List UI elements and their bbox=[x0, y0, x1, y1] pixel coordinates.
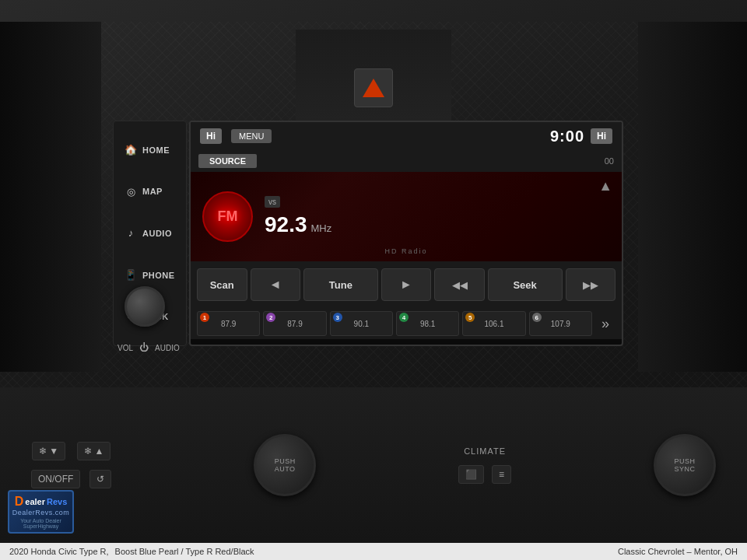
preset-2[interactable]: 2 87.9 bbox=[263, 311, 326, 336]
ac-controls-row: ON/OFF ↺ bbox=[31, 470, 111, 488]
preset-6-badge: 6 bbox=[532, 313, 542, 322]
fan-down-button[interactable]: ❄ ▼ bbox=[32, 442, 65, 460]
phone-icon: 📱 bbox=[123, 268, 139, 282]
seek-button[interactable]: Seek bbox=[488, 268, 563, 301]
home-button[interactable]: 🏠 HOME bbox=[118, 140, 181, 160]
preset-6[interactable]: 6 107.9 bbox=[529, 311, 592, 336]
home-label: HOME bbox=[142, 145, 170, 155]
audio-button[interactable]: ♪ AUDIO bbox=[118, 223, 181, 243]
footer-bar: 2020 Honda Civic Type R, Boost Blue Pear… bbox=[0, 543, 747, 560]
dealer-d-letter: D bbox=[15, 495, 24, 509]
freq-unit: MHz bbox=[311, 222, 332, 234]
dealer-domain: DealerRevs.com bbox=[12, 509, 70, 516]
hi-left-tag: Hi bbox=[200, 128, 222, 144]
preset-3-badge: 3 bbox=[333, 313, 342, 322]
power-icon: ⏻ bbox=[139, 342, 149, 353]
preset-4[interactable]: 4 98.1 bbox=[396, 311, 459, 336]
dealer-logo: D ealer Revs DealerRevs.com Your Auto De… bbox=[8, 490, 74, 537]
audio-ctrl-label: AUDIO bbox=[155, 344, 180, 352]
next-track-icon: ▶▶ bbox=[583, 279, 598, 291]
phone-label: PHONE bbox=[142, 271, 175, 280]
fm-logo: FM bbox=[202, 191, 253, 242]
screen-red-accent bbox=[191, 345, 622, 346]
preset-1[interactable]: 1 87.9 bbox=[197, 311, 260, 336]
fan-up-button[interactable]: ❄ ▲ bbox=[77, 442, 110, 460]
dealer-logo-top: D ealer Revs bbox=[15, 495, 68, 509]
preset-2-freq: 87.9 bbox=[287, 320, 302, 328]
menu-tag[interactable]: MENU bbox=[231, 129, 272, 143]
preset-3[interactable]: 3 90.1 bbox=[330, 311, 393, 336]
scan-button[interactable]: Scan bbox=[197, 268, 247, 301]
push-label: PUSH bbox=[674, 457, 695, 465]
home-icon: 🏠 bbox=[123, 143, 139, 157]
next-track-button[interactable]: ▶▶ bbox=[566, 268, 616, 301]
fan-controls-row: ❄ ▼ ❄ ▲ bbox=[32, 442, 110, 460]
audio-label: AUDIO bbox=[142, 229, 172, 238]
infotainment-system: 🏠 HOME ◎ MAP ♪ AUDIO 📱 PHONE ← BACK VOL … bbox=[113, 121, 626, 377]
right-panel bbox=[638, 22, 747, 372]
footer-dealership: Classic Chevrolet – Mentor, OH bbox=[618, 547, 738, 556]
tune-prev-arrow: ◄ bbox=[269, 278, 282, 292]
audio-icon: ♪ bbox=[123, 226, 139, 240]
recirculate-button[interactable]: ↺ bbox=[89, 470, 111, 488]
map-button[interactable]: ◎ MAP bbox=[118, 181, 181, 201]
hi-right-tag: Hi bbox=[591, 128, 612, 144]
volume-knob[interactable] bbox=[124, 286, 165, 327]
preset-3-freq: 90.1 bbox=[354, 320, 369, 328]
footer-car-color: Boost Blue Pearl / Type R Red/Black bbox=[115, 547, 254, 556]
vs-badge: vs bbox=[265, 196, 280, 208]
vol-label: VOL bbox=[117, 344, 133, 352]
front-heat-button[interactable]: ⬛ bbox=[458, 465, 484, 484]
source-button[interactable]: SOURCE bbox=[198, 154, 257, 168]
hazard-area bbox=[296, 30, 451, 123]
chevron-up-icon[interactable]: ▲ bbox=[598, 178, 612, 194]
main-display-screen: Hi MENU 9:00 Hi SOURCE 00 FM vs 92.3 bbox=[189, 121, 623, 346]
map-label: MAP bbox=[142, 187, 163, 196]
ac-off-button[interactable]: ON/OFF bbox=[31, 470, 80, 488]
preset-row: 1 87.9 2 87.9 3 90.1 4 98.1 5 106.1 6 10… bbox=[191, 308, 622, 339]
preset-6-freq: 107.9 bbox=[551, 320, 570, 328]
preset-2-badge: 2 bbox=[266, 313, 275, 322]
vol-audio-controls: VOL ⏻ AUDIO bbox=[117, 342, 180, 353]
screen-topbar: Hi MENU 9:00 Hi bbox=[191, 122, 622, 150]
dealer-name: ealer bbox=[25, 497, 45, 506]
preset-next-button[interactable]: » bbox=[595, 311, 615, 336]
seek-label: Seek bbox=[513, 279, 536, 291]
climate-label: CLIMATE bbox=[464, 446, 506, 456]
preset-4-badge: 4 bbox=[399, 313, 409, 322]
push-auto-button[interactable]: PUSH AUTO bbox=[254, 434, 316, 496]
push-sync-button[interactable]: PUSH SYNC bbox=[654, 434, 716, 496]
footer-car-title: 2020 Honda Civic Type R, bbox=[9, 547, 109, 556]
scan-label: Scan bbox=[210, 279, 234, 291]
tune-next-button[interactable]: ► bbox=[381, 268, 432, 301]
prev-track-button[interactable]: ◀◀ bbox=[434, 268, 485, 301]
preset-5-badge: 5 bbox=[465, 313, 475, 322]
push-auto-sublabel: AUTO bbox=[275, 465, 296, 473]
bottom-dashboard: ❄ ▼ ❄ ▲ ON/OFF ↺ PUSH AUTO CLIMATE ⬛ ≡ P… bbox=[0, 387, 747, 543]
push-auto-label: PUSH bbox=[275, 457, 296, 465]
center-climate-icons: CLIMATE ⬛ ≡ bbox=[458, 446, 511, 484]
hazard-button[interactable] bbox=[354, 68, 393, 107]
hazard-triangle-icon bbox=[363, 79, 384, 97]
tune-next-arrow: ► bbox=[400, 278, 412, 292]
dealer-logo-inner: D ealer Revs DealerRevs.com Your Auto De… bbox=[8, 490, 74, 534]
sync-label: SYNC bbox=[674, 465, 695, 473]
clock-display: 9:00 bbox=[550, 128, 584, 145]
frequency-display: 92.3 bbox=[265, 212, 307, 237]
temp-controls: ⬛ ≡ bbox=[458, 465, 511, 484]
radio-display: FM vs 92.3 MHz ▲ HD Radio bbox=[191, 172, 622, 261]
tune-label: Tune bbox=[329, 279, 352, 291]
prev-track-icon: ◀◀ bbox=[452, 279, 468, 291]
phone-button[interactable]: 📱 PHONE bbox=[118, 265, 181, 285]
dealer-tagline: Your Auto Dealer SuperHighway bbox=[12, 518, 69, 529]
tune-button[interactable]: Tune bbox=[303, 268, 378, 301]
preset-5-freq: 106.1 bbox=[484, 320, 503, 328]
footer-car-info: 2020 Honda Civic Type R, Boost Blue Pear… bbox=[9, 547, 254, 556]
media-controls: Scan ◄ Tune ► ◀◀ Seek ▶▶ bbox=[191, 261, 622, 308]
tune-prev-button[interactable]: ◄ bbox=[251, 268, 301, 301]
map-icon: ◎ bbox=[123, 184, 139, 198]
rear-defrost-button[interactable]: ≡ bbox=[492, 465, 511, 484]
preset-4-freq: 98.1 bbox=[420, 320, 435, 328]
dealer-revs: Revs bbox=[47, 497, 67, 506]
preset-5[interactable]: 5 106.1 bbox=[462, 311, 525, 336]
